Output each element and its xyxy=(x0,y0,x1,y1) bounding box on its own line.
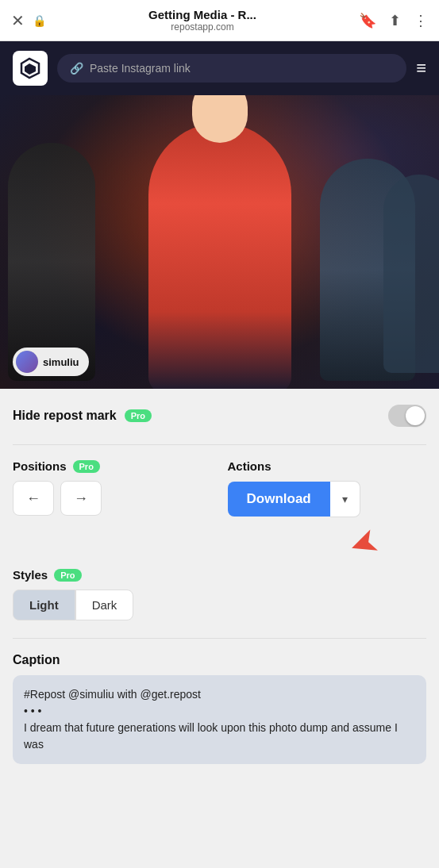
red-arrow-icon: ➤ xyxy=(345,523,384,566)
separator2 xyxy=(13,638,426,639)
app-header: 🔗 Paste Instagram link ≡ xyxy=(0,41,439,95)
actions-label: Actions xyxy=(228,459,427,473)
chevron-down-icon: ▾ xyxy=(342,493,348,505)
position-buttons: ← → xyxy=(13,481,212,516)
actions-buttons: Download ▾ xyxy=(228,481,427,517)
positions-actions-row: Positions Pro ← → Actions Download ▾ xyxy=(13,459,426,517)
person-head xyxy=(192,95,248,143)
position-right-button[interactable]: → xyxy=(60,481,102,516)
app-logo xyxy=(13,51,48,86)
browser-url: repostapp.com xyxy=(171,21,233,33)
close-icon[interactable]: ✕ xyxy=(11,11,25,30)
positions-label: Positions Pro xyxy=(13,459,212,473)
browser-action-icons: 🔖 ⬆ ⋮ xyxy=(359,12,428,29)
hide-repost-label: Hide repost mark xyxy=(13,409,117,423)
arrow-annotation: ➤ xyxy=(13,527,426,562)
username-badge: simuliu xyxy=(13,348,89,376)
download-dropdown-button[interactable]: ▾ xyxy=(330,481,360,517)
content-area: Hide repost mark Pro Positions Pro ← → A… xyxy=(0,389,439,780)
hide-repost-toggle[interactable] xyxy=(388,405,426,427)
style-dark-button[interactable]: Dark xyxy=(75,590,134,620)
bookmark-icon[interactable]: 🔖 xyxy=(359,12,376,29)
search-placeholder: Paste Instagram link xyxy=(90,62,191,75)
overflow-menu-icon[interactable]: ⋮ xyxy=(414,12,428,29)
styles-pro-badge: Pro xyxy=(54,569,81,582)
person-body xyxy=(148,123,291,389)
hide-repost-left: Hide repost mark Pro xyxy=(13,409,152,423)
styles-label: Styles Pro xyxy=(13,568,426,582)
styles-section: Styles Pro Light Dark xyxy=(13,568,426,620)
browser-bar: ✕ 🔒 Getting Media - R... repostapp.com 🔖… xyxy=(0,0,439,41)
avatar-image xyxy=(16,351,38,373)
crowd-person-right2 xyxy=(383,175,439,373)
avatar xyxy=(16,351,38,373)
separator xyxy=(13,444,426,445)
position-left-button[interactable]: ← xyxy=(13,481,54,516)
caption-text[interactable]: #Repost @simuliu with @get.repost • • • … xyxy=(13,675,426,764)
caption-section: Caption #Repost @simuliu with @get.repos… xyxy=(13,653,426,764)
caption-title: Caption xyxy=(13,653,426,667)
hide-repost-pro-badge: Pro xyxy=(125,409,152,422)
positions-pro-badge: Pro xyxy=(73,460,100,473)
search-bar[interactable]: 🔗 Paste Instagram link xyxy=(57,54,406,83)
photo-area: simuliu xyxy=(0,95,439,389)
positions-section: Positions Pro ← → xyxy=(13,459,212,517)
browser-title: Getting Media - R... xyxy=(148,8,256,21)
lock-icon: 🔒 xyxy=(33,14,46,27)
style-buttons: Light Dark xyxy=(13,590,426,620)
link-icon: 🔗 xyxy=(70,62,83,75)
toggle-thumb xyxy=(406,406,425,425)
hide-repost-row: Hide repost mark Pro xyxy=(13,405,426,427)
username-label: simuliu xyxy=(43,356,79,368)
hamburger-menu-icon[interactable]: ≡ xyxy=(416,58,426,79)
download-button[interactable]: Download xyxy=(228,482,330,517)
share-icon[interactable]: ⬆ xyxy=(389,12,401,29)
actions-section: Actions Download ▾ xyxy=(228,459,427,517)
style-light-button[interactable]: Light xyxy=(13,590,75,620)
browser-title-block: Getting Media - R... repostapp.com xyxy=(54,8,351,33)
